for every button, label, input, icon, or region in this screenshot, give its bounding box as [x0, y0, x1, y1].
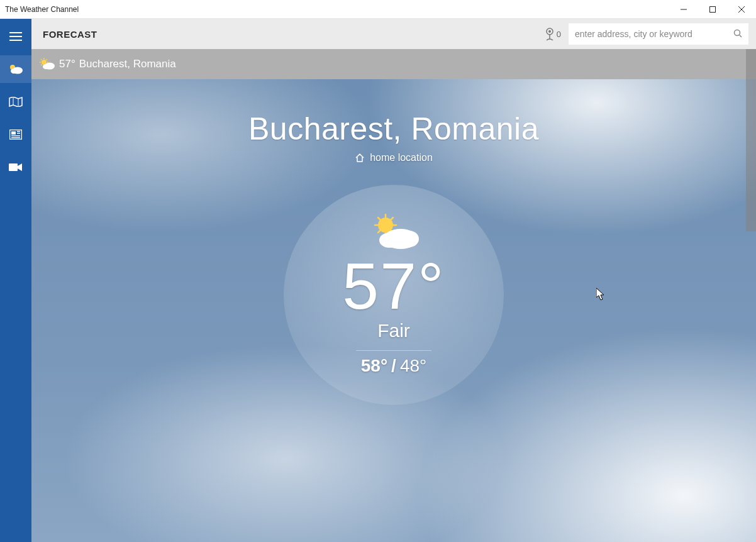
sidebar: [0, 19, 31, 542]
search-input[interactable]: [575, 29, 728, 39]
low-temperature: 48°: [400, 356, 426, 376]
partly-cloudy-icon: [39, 58, 55, 70]
minimize-button[interactable]: [669, 0, 698, 19]
svg-point-8: [548, 30, 551, 33]
news-icon: [9, 130, 22, 140]
search-icon[interactable]: [733, 29, 742, 40]
svg-point-12: [43, 64, 49, 69]
window-title: The Weather Channel: [5, 5, 79, 14]
partly-cloudy-icon: [367, 214, 421, 252]
video-icon: [9, 163, 23, 172]
home-icon: [355, 153, 365, 163]
current-conditions-circle: 57° Fair 58°/ 48°: [284, 185, 504, 405]
location-strip[interactable]: 57° Bucharest, Romania: [31, 49, 756, 79]
home-location-link[interactable]: home location: [355, 152, 433, 163]
svg-rect-0: [710, 7, 716, 13]
svg-point-15: [379, 233, 399, 248]
window-controls: [669, 0, 756, 18]
strip-temperature: 57°: [59, 58, 75, 70]
scrollbar-thumb[interactable]: [746, 49, 756, 231]
topbar: FORECAST 0: [31, 19, 756, 49]
menu-button[interactable]: [0, 23, 31, 50]
sidebar-item-forecast[interactable]: [0, 55, 31, 83]
maximize-button[interactable]: [698, 0, 727, 19]
window-titlebar: The Weather Channel: [0, 0, 756, 19]
svg-point-3: [11, 69, 17, 74]
current-condition: Fair: [377, 320, 410, 341]
high-temperature: 58°: [361, 356, 387, 376]
map-icon: [9, 97, 23, 107]
svg-rect-6: [9, 163, 18, 171]
forecast-content: Bucharest, Romania home location: [31, 79, 756, 542]
hero-location: Bucharest, Romania: [248, 111, 539, 147]
svg-rect-5: [11, 131, 16, 135]
saved-locations-button[interactable]: 0: [544, 27, 561, 41]
close-button[interactable]: [727, 0, 756, 19]
hero: Bucharest, Romania home location: [31, 111, 756, 405]
search-box[interactable]: [569, 23, 748, 45]
sidebar-item-news[interactable]: [0, 121, 31, 148]
sidebar-item-video[interactable]: [0, 153, 31, 181]
home-location-label: home location: [370, 152, 433, 163]
vertical-scrollbar[interactable]: [746, 49, 756, 542]
hamburger-icon: [9, 32, 22, 41]
strip-location: Bucharest, Romania: [79, 58, 176, 70]
main-area: FORECAST 0: [31, 19, 756, 542]
current-temperature: 57°: [342, 253, 445, 319]
location-pin-icon: [544, 27, 555, 41]
page-title: FORECAST: [43, 29, 97, 40]
sidebar-item-maps[interactable]: [0, 88, 31, 116]
svg-point-9: [735, 30, 740, 35]
partly-cloudy-icon: [8, 63, 23, 75]
hi-lo-temps: 58°/ 48°: [356, 350, 431, 376]
svg-point-16: [400, 231, 419, 247]
saved-locations-count: 0: [557, 30, 561, 39]
